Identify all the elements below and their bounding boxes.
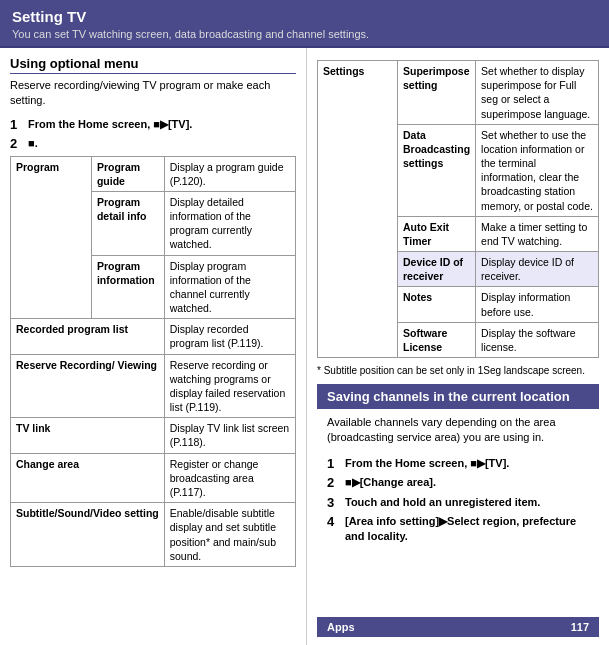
reserve-recording-desc: Reserve recording or watching programs o… xyxy=(164,354,295,418)
settings-label: Settings xyxy=(318,61,398,358)
notes-label: Notes xyxy=(398,287,476,322)
program-info-label: Program information xyxy=(91,255,164,319)
page-subtitle: You can set TV watching screen, data bro… xyxy=(12,28,597,40)
page-title: Setting TV xyxy=(12,8,597,25)
data-broadcasting-label: Data Broadcasting settings xyxy=(398,124,476,216)
program-guide-desc: Display a program guide (P.120). xyxy=(164,156,295,191)
footnote: * Subtitle position can be set only in 1… xyxy=(317,364,599,378)
table-row: Reserve Recording/ Viewing Reserve recor… xyxy=(11,354,296,418)
subtitle-sound-label: Subtitle/Sound/Video setting xyxy=(11,503,165,567)
recorded-list-desc: Display recorded program list (P.119). xyxy=(164,319,295,354)
table-row: TV link Display TV link list screen (P.1… xyxy=(11,418,296,453)
superimpose-desc: Set whether to display superimpose for F… xyxy=(476,61,599,125)
bottom-bar: Apps 117 xyxy=(317,617,599,637)
table-row: Settings Superimpose setting Set whether… xyxy=(318,61,599,125)
data-broadcasting-desc: Set whether to use the location informat… xyxy=(476,124,599,216)
step-1-num: 1 xyxy=(10,117,22,132)
table-row: Subtitle/Sound/Video setting Enable/disa… xyxy=(11,503,296,567)
saving-channels-description: Available channels vary depending on the… xyxy=(317,409,599,452)
recorded-list-label: Recorded program list xyxy=(11,319,165,354)
superimpose-label: Superimpose setting xyxy=(398,61,476,125)
step-2-text: ■. xyxy=(28,136,38,151)
optional-menu-description: Reserve recording/viewing TV program or … xyxy=(10,78,296,109)
program-guide-label: Program guide xyxy=(91,156,164,191)
left-column: Using optional menu Reserve recording/vi… xyxy=(0,48,307,645)
saving-channels-title: Saving channels in the current location xyxy=(317,384,599,409)
auto-exit-label: Auto Exit Timer xyxy=(398,216,476,251)
table-row: Recorded program list Display recorded p… xyxy=(11,319,296,354)
device-id-desc: Display device ID of receiver. xyxy=(476,252,599,287)
software-license-desc: Display the software license. xyxy=(476,322,599,357)
software-license-label: Software License xyxy=(398,322,476,357)
saving-step-3: 3 Touch and hold an unregistered item. xyxy=(327,495,589,510)
step-2-num: 2 xyxy=(10,136,22,151)
step-2: 2 ■. xyxy=(10,136,296,151)
saving-step-4: 4 [Area info setting]▶Select region, pre… xyxy=(327,514,589,545)
saving-step-2: 2 ■▶[Change area]. xyxy=(327,475,589,490)
page-header: Setting TV You can set TV watching scree… xyxy=(0,0,609,48)
tv-link-label: TV link xyxy=(11,418,165,453)
reserve-recording-label: Reserve Recording/ Viewing xyxy=(11,354,165,418)
saving-steps: 1 From the Home screen, ■▶[TV]. 2 ■▶[Cha… xyxy=(317,452,599,555)
settings-table-right: Settings Superimpose setting Set whether… xyxy=(317,60,599,358)
step-1-text: From the Home screen, ■▶[TV]. xyxy=(28,117,192,132)
table-row: Change area Register or change broadcast… xyxy=(11,453,296,503)
tv-link-desc: Display TV link list screen (P.118). xyxy=(164,418,295,453)
optional-menu-title: Using optional menu xyxy=(10,56,296,74)
step-1: 1 From the Home screen, ■▶[TV]. xyxy=(10,117,296,132)
change-area-desc: Register or change broadcasting area (P.… xyxy=(164,453,295,503)
program-detail-desc: Display detailed information of the prog… xyxy=(164,191,295,255)
program-info-desc: Display program information of the chann… xyxy=(164,255,295,319)
bottom-apps-label: Apps xyxy=(327,621,355,633)
table-row: Program Program guide Display a program … xyxy=(11,156,296,191)
program-label: Program xyxy=(11,156,92,319)
subtitle-sound-desc: Enable/disable subtitle display and set … xyxy=(164,503,295,567)
auto-exit-desc: Make a timer setting to end TV watching. xyxy=(476,216,599,251)
bottom-page-number: 117 xyxy=(571,621,589,633)
device-id-label: Device ID of receiver xyxy=(398,252,476,287)
change-area-label: Change area xyxy=(11,453,165,503)
saving-step-1: 1 From the Home screen, ■▶[TV]. xyxy=(327,456,589,471)
settings-table-left: Program Program guide Display a program … xyxy=(10,156,296,567)
program-detail-label: Program detail info xyxy=(91,191,164,255)
right-column: Settings Superimpose setting Set whether… xyxy=(307,48,609,645)
notes-desc: Display information before use. xyxy=(476,287,599,322)
